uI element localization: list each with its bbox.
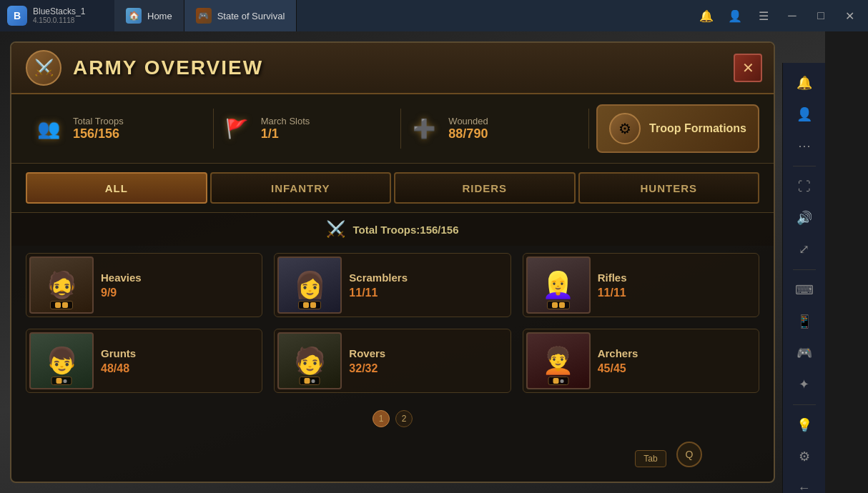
bluestacks-logo: B BlueStacks_1 4.150.0.1118 <box>0 0 114 31</box>
right-divider-3 <box>793 404 816 405</box>
grunts-count: 48/48 <box>101 362 259 375</box>
rovers-info: Rovers 32/32 <box>349 347 507 375</box>
troop-grid: 🧔 Heavies 9/9 👩 <box>11 246 774 404</box>
page-2-btn[interactable]: 2 <box>395 410 413 427</box>
level-dot-2 <box>310 302 316 308</box>
menu-btn[interactable]: ☰ <box>751 3 776 29</box>
right-settings-btn[interactable]: ⋯ <box>790 131 819 160</box>
march-slots-value: 1/1 <box>261 126 310 141</box>
notification-btn[interactable]: 🔔 <box>694 3 719 29</box>
total-troops-stat: 👥 Total Troops 156/156 <box>26 109 214 149</box>
total-troops-bar-icon: ⚔️ <box>326 220 345 239</box>
right-theme-btn[interactable]: 💡 <box>790 411 819 439</box>
rovers-level-badge <box>300 377 320 385</box>
taskbar: B BlueStacks_1 4.150.0.1118 🏠 Home 🎮 Sta… <box>0 0 868 31</box>
right-phone-btn[interactable]: 📱 <box>790 307 819 336</box>
right-gamepad-btn[interactable]: 🎮 <box>790 339 819 367</box>
right-fullscreen2-btn[interactable]: ⤢ <box>790 235 819 264</box>
right-back-btn[interactable]: ← <box>790 474 819 493</box>
total-troops-value: 156/156 <box>73 126 124 141</box>
troop-card-scramblers[interactable]: 👩 Scramblers 11/11 <box>274 253 511 317</box>
rifles-level-badge <box>547 301 570 309</box>
right-account-btn[interactable]: 👤 <box>790 100 819 129</box>
tab-all[interactable]: ALL <box>26 172 207 204</box>
army-header-icon: ⚔️ <box>26 50 61 86</box>
total-troops-text: Total Troops 156/156 <box>73 116 124 141</box>
right-gear-btn[interactable]: ⚙ <box>790 442 819 471</box>
archers-info: Archers 45/45 <box>598 347 756 375</box>
minimize-btn[interactable]: ─ <box>779 3 805 29</box>
army-overview-panel: ⚔️ ARMY OVERVIEW ✕ 👥 Total Troops 156/15… <box>10 41 775 483</box>
level-dot-1 <box>553 378 558 384</box>
tab-infantry[interactable]: INFANTRY <box>210 172 392 204</box>
right-keyboard-btn[interactable]: ⌨ <box>790 276 819 304</box>
rifles-name: Rifles <box>598 272 756 284</box>
rovers-name: Rovers <box>349 347 507 359</box>
pagination: 1 2 <box>11 404 774 433</box>
home-tab-icon: 🏠 <box>126 8 142 24</box>
troop-avatar-heavies: 🧔 <box>29 257 94 314</box>
right-screenshot-btn[interactable]: ✦ <box>790 370 819 399</box>
tab-riders[interactable]: RIDERS <box>394 172 576 204</box>
tab-hunters[interactable]: HUNTERS <box>578 172 760 204</box>
q-shortcut-button[interactable]: Q <box>676 442 702 467</box>
heavies-count: 9/9 <box>101 287 259 299</box>
right-divider-2 <box>793 269 816 270</box>
close-btn[interactable]: ✕ <box>837 3 862 29</box>
right-volume-btn[interactable]: 🔊 <box>790 204 819 232</box>
level-dot-small <box>312 379 315 383</box>
scramblers-level-badge <box>298 301 321 309</box>
maximize-btn[interactable]: □ <box>808 3 834 29</box>
scramblers-count: 11/11 <box>349 287 507 299</box>
army-close-button[interactable]: ✕ <box>734 54 762 82</box>
level-dot-1 <box>55 302 61 308</box>
rifles-count: 11/11 <box>598 287 756 299</box>
troop-card-grunts[interactable]: 👦 Grunts 48/48 <box>26 329 262 393</box>
bluestacks-text: BlueStacks_1 4.150.0.1118 <box>33 6 85 25</box>
tab-shortcut-button[interactable]: Tab <box>635 450 666 467</box>
grunts-name: Grunts <box>101 347 259 359</box>
account-btn[interactable]: 👤 <box>722 3 748 29</box>
troop-avatar-scramblers: 👩 <box>277 257 342 314</box>
page-1-btn[interactable]: 1 <box>373 410 390 427</box>
game-area: ⚔️ ARMY OVERVIEW ✕ 👥 Total Troops 156/15… <box>0 31 825 493</box>
troop-card-rifles[interactable]: 👱‍♀️ Rifles 11/11 <box>523 253 759 317</box>
tab-state-of-survival[interactable]: 🎮 State of Survival <box>184 0 297 31</box>
level-dot-1 <box>305 378 310 384</box>
troop-card-rovers[interactable]: 🧑 Rovers 32/32 <box>274 329 511 393</box>
scramblers-name: Scramblers <box>349 272 507 284</box>
level-dot-small <box>560 379 563 383</box>
wounded-stat: ➕ Wounded 88/790 <box>401 109 589 149</box>
total-troops-bar-text: Total Troops:156/156 <box>352 224 458 236</box>
troop-avatar-grunts: 👦 <box>29 332 94 389</box>
troop-formations-label: Troop Formations <box>649 122 746 135</box>
wounded-icon: ➕ <box>408 113 440 144</box>
right-notifications-btn[interactable]: 🔔 <box>790 69 819 97</box>
level-dot-2 <box>559 302 565 308</box>
wounded-value: 88/790 <box>448 126 488 141</box>
level-dot-2 <box>62 302 68 308</box>
level-dot-1 <box>552 302 558 308</box>
troop-formations-button[interactable]: ⚙ Troop Formations <box>596 104 759 153</box>
army-title: ARMY OVERVIEW <box>73 56 263 79</box>
wounded-text: Wounded 88/790 <box>448 116 488 141</box>
troop-formations-icon: ⚙ <box>609 113 641 144</box>
march-slots-label: March Slots <box>261 116 310 126</box>
grunts-info: Grunts 48/48 <box>101 347 259 375</box>
total-troops-label: Total Troops <box>73 116 124 126</box>
troop-type-tabs: ALL INFANTRY RIDERS HUNTERS <box>11 164 774 213</box>
march-slots-stat: 🚩 March Slots 1/1 <box>214 109 402 149</box>
total-troops-icon: 👥 <box>33 113 64 144</box>
troop-card-heavies[interactable]: 🧔 Heavies 9/9 <box>26 253 262 317</box>
troop-card-archers[interactable]: 🧑‍🦱 Archers 45/45 <box>523 329 759 393</box>
total-troops-bar: ⚔️ Total Troops:156/156 <box>11 213 774 246</box>
grunts-level-badge <box>51 377 72 385</box>
heavies-info: Heavies 9/9 <box>101 272 259 299</box>
troop-avatar-rifles: 👱‍♀️ <box>526 257 591 314</box>
heavies-level-badge <box>50 301 73 309</box>
wounded-label: Wounded <box>448 116 488 126</box>
archers-count: 45/45 <box>598 362 756 375</box>
rifles-info: Rifles 11/11 <box>598 272 756 299</box>
tab-home[interactable]: 🏠 Home <box>114 0 184 31</box>
right-fullscreen-btn[interactable]: ⛶ <box>790 172 819 201</box>
